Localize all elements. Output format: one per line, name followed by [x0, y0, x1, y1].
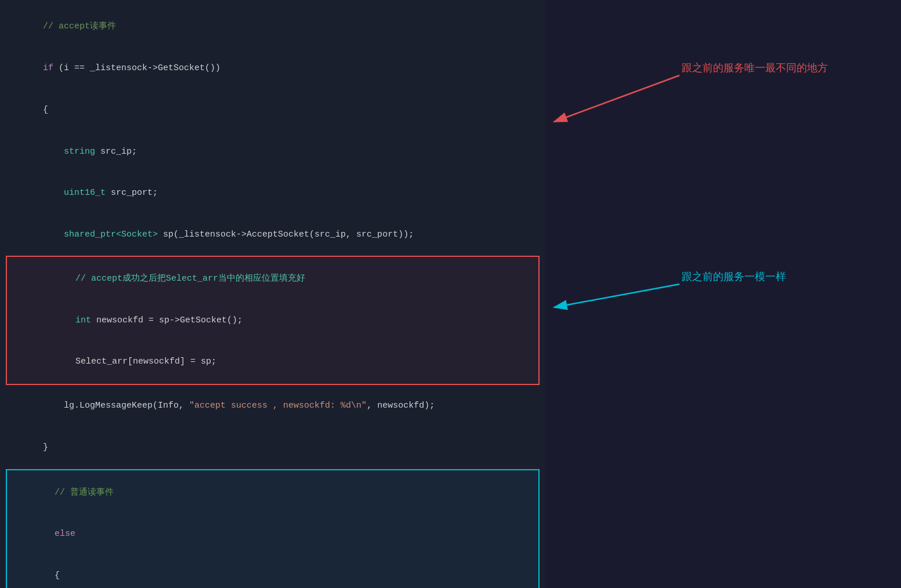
code-line-select-arr-assign: Select_arr[newsockfd] = sp; — [13, 341, 533, 383]
code-area: // accept读事件 if (i == _listensock->GetSo… — [0, 0, 545, 588]
code-line-brace3: { — [13, 555, 533, 588]
blue-annotation: 跟之前的服务一模一样 — [682, 270, 786, 284]
red-annotation: 跟之前的服务唯一最不同的地方 — [682, 61, 828, 75]
blue-annotation-text: 跟之前的服务一模一样 — [682, 270, 786, 284]
cyan-highlight-box: // 普通读事件 else { string buf; int num = Se… — [6, 469, 540, 588]
red-annotation-text: 跟之前的服务唯一最不同的地方 — [682, 61, 828, 75]
code-line-accept-comment: // accept成功之后把Select_arr当中的相应位置填充好 — [13, 258, 533, 300]
arrows-svg — [545, 0, 901, 588]
code-line-top-comment: // accept读事件 — [0, 6, 545, 48]
red-highlight-box: // accept成功之后把Select_arr当中的相应位置填充好 int n… — [6, 256, 540, 385]
code-line-common-comment: // 普通读事件 — [13, 471, 533, 513]
main-container: // accept读事件 if (i == _listensock->GetSo… — [0, 0, 901, 588]
svg-line-1 — [554, 284, 679, 307]
code-line-shared-ptr: shared_ptr<Socket> sp(_listensock->Accep… — [0, 214, 545, 256]
code-line-src-ip: string src_ip; — [0, 130, 545, 172]
code-line-log-accept: lg.LogMessageKeep(Info, "accept success … — [0, 385, 545, 427]
code-line-else: else — [13, 513, 533, 555]
code-line-if: if (i == _listensock->GetSocket()) — [0, 48, 545, 89]
annotation-area: 跟之前的服务唯一最不同的地方 跟之前的服务一模一样 — [545, 0, 901, 588]
svg-line-0 — [554, 75, 679, 122]
code-line-brace-close1: } — [0, 427, 545, 469]
code-line-src-port: uint16_t src_port; — [0, 172, 545, 214]
code-line-brace1: { — [0, 89, 545, 131]
code-line-int-newsockfd: int newsockfd = sp->GetSocket(); — [13, 299, 533, 341]
